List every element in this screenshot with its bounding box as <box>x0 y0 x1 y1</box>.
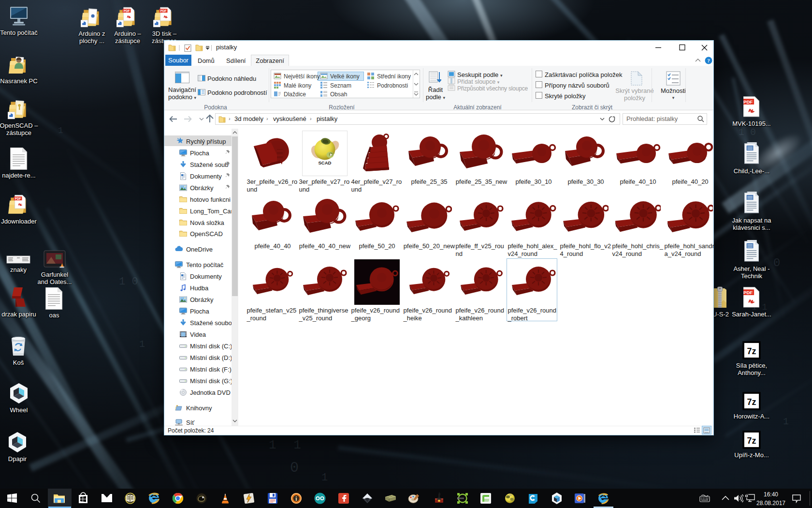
svg-text:28.08.2017: 28.08.2017 <box>756 500 785 507</box>
svg-text:?: ? <box>707 58 710 63</box>
svg-text:16:40: 16:40 <box>764 491 778 498</box>
svg-text:SCAD: SCAD <box>319 160 332 165</box>
